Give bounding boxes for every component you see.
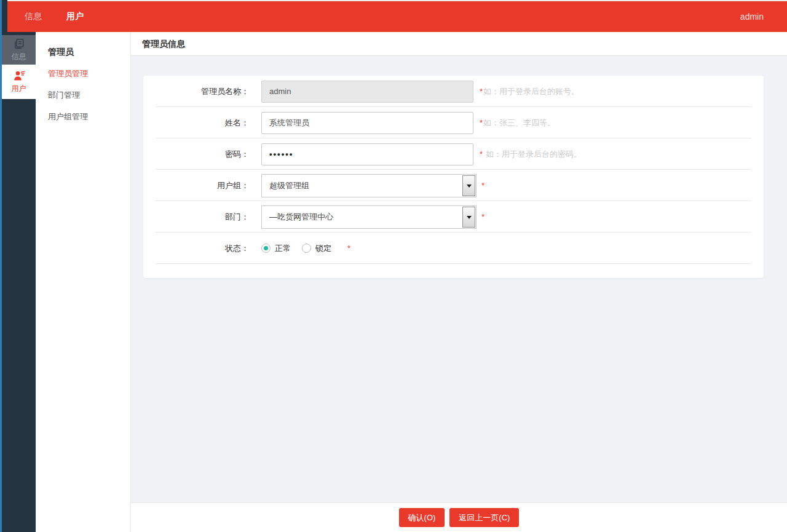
admin-info-form-card: 管理员名称： *如：用于登录后台的账号。 姓名： *如：张三、李四等。 密码： … xyxy=(143,76,764,278)
page-title: 管理员信息 xyxy=(131,32,787,56)
topbar-nav: 信息 用户 xyxy=(7,1,787,32)
topbar: 信息 用户 admin xyxy=(7,0,787,32)
submenu-heading: 管理员 xyxy=(48,47,130,58)
status-label: 状态： xyxy=(143,243,261,254)
submenu-item-usergroup-manage[interactable]: 用户组管理 xyxy=(48,111,130,122)
required-asterisk: * xyxy=(481,212,484,221)
radio-status-normal-label[interactable]: 正常 xyxy=(275,243,291,254)
password-label: 密码： xyxy=(143,149,261,160)
form-row-password: 密码： *如：用于登录后台的密码。 xyxy=(143,138,764,170)
window-left-edge xyxy=(0,0,2,532)
real-name-label: 姓名： xyxy=(143,117,261,129)
department-label: 部门： xyxy=(143,212,261,223)
password-hint: *如：用于登录后台的密码。 xyxy=(480,149,582,160)
required-asterisk: * xyxy=(480,149,483,159)
topbar-tab-user[interactable]: 用户 xyxy=(66,11,84,22)
password-field[interactable] xyxy=(261,143,473,165)
form-row-admin-name: 管理员名称： *如：用于登录后台的账号。 xyxy=(143,76,764,107)
department-select[interactable]: —吃货网管理中心 xyxy=(261,205,477,229)
sidebar-item-user[interactable]: 用户 xyxy=(2,65,36,99)
submenu-sidebar: 管理员 管理员管理 部门管理 用户组管理 xyxy=(36,32,131,532)
sidebar-item-label: 用户 xyxy=(12,84,26,94)
required-asterisk: * xyxy=(481,181,484,190)
radio-status-normal[interactable] xyxy=(261,244,271,253)
sidebar-rail-items: 信息 用户 xyxy=(2,35,36,99)
dropdown-arrow-icon[interactable] xyxy=(462,207,475,228)
radio-status-locked[interactable] xyxy=(302,244,311,253)
hint-text: 如：用于登录后台的账号。 xyxy=(483,87,579,96)
sidebar-item-label: 信息 xyxy=(12,52,26,62)
required-asterisk: * xyxy=(480,118,483,127)
form-footer-bar: 确认(O) 返回上一页(C) xyxy=(131,502,787,532)
back-button[interactable]: 返回上一页(C) xyxy=(449,508,519,527)
submenu-item-admin-manage[interactable]: 管理员管理 xyxy=(48,68,130,79)
dropdown-arrow-icon[interactable] xyxy=(462,175,475,196)
form-row-department: 部门： —吃货网管理中心 * xyxy=(143,201,764,232)
real-name-hint: *如：张三、李四等。 xyxy=(480,117,555,129)
main-panel: 管理员信息 管理员名称： *如：用于登录后台的账号。 姓名： *如：张三、李四等… xyxy=(131,32,787,532)
form-row-real-name: 姓名： *如：张三、李四等。 xyxy=(143,107,764,138)
sidebar-rail: 信息 用户 xyxy=(0,0,36,532)
topbar-tab-info[interactable]: 信息 xyxy=(25,11,42,22)
radio-status-locked-label[interactable]: 锁定 xyxy=(315,243,331,254)
real-name-field[interactable] xyxy=(261,112,473,134)
hint-text: 如：用于登录后台的密码。 xyxy=(486,149,582,159)
topbar-username[interactable]: admin xyxy=(740,1,764,32)
hint-text: 如：张三、李四等。 xyxy=(483,118,555,127)
required-asterisk: * xyxy=(480,87,483,96)
status-radio-group: 正常 锁定 xyxy=(261,243,342,254)
user-icon xyxy=(12,69,26,82)
admin-name-hint: *如：用于登录后台的账号。 xyxy=(480,86,579,97)
admin-name-label: 管理员名称： xyxy=(143,86,261,97)
user-group-label: 用户组： xyxy=(143,180,261,191)
user-group-selected-value: 超级管理组 xyxy=(262,180,309,191)
content-area: 管理员名称： *如：用于登录后台的账号。 姓名： *如：张三、李四等。 密码： … xyxy=(131,56,787,502)
admin-name-field xyxy=(261,81,473,103)
department-selected-value: —吃货网管理中心 xyxy=(262,212,333,223)
app-root: 信息 用户 信息 用户 admin 管理员 管理员管理 部门管理 用户组管理 xyxy=(0,0,787,532)
sidebar-item-info[interactable]: 信息 xyxy=(2,35,36,65)
submenu-item-department-manage[interactable]: 部门管理 xyxy=(48,90,130,101)
user-group-select[interactable]: 超级管理组 xyxy=(261,174,477,197)
confirm-button[interactable]: 确认(O) xyxy=(399,508,445,527)
form-row-user-group: 用户组： 超级管理组 * xyxy=(143,170,764,201)
copy-icon xyxy=(13,38,25,50)
required-asterisk: * xyxy=(347,244,350,253)
form-row-status: 状态： 正常 锁定 * xyxy=(143,232,764,264)
